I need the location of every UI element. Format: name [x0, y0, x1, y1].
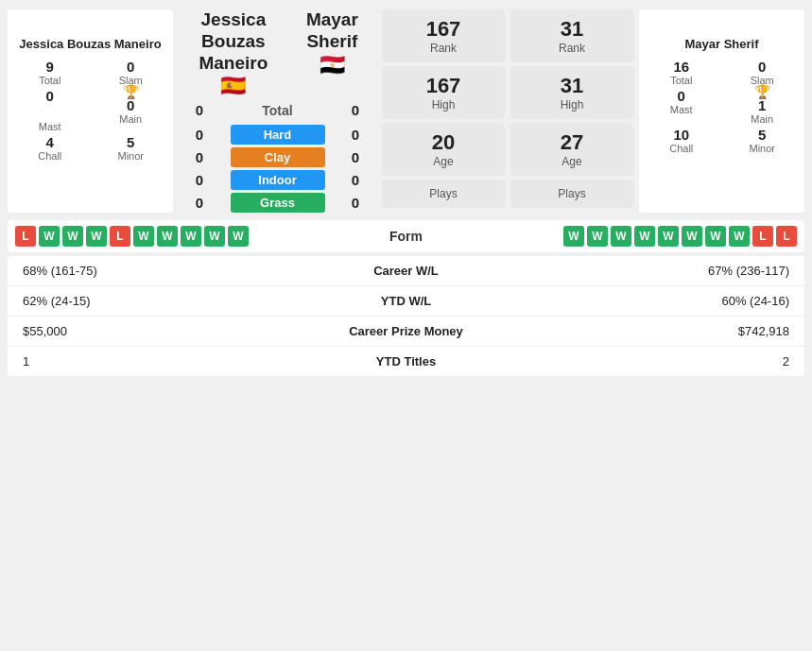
right-rank-value: 31 [561, 17, 583, 42]
hard-right-score: 0 [344, 127, 367, 143]
right-form-badge-w: W [611, 226, 631, 247]
stats-row-0: 68% (161-75) Career W/L 67% (236-117) [8, 256, 804, 285]
left-form-badge-w: W [204, 226, 225, 247]
left-chall-value: 4 [46, 134, 54, 150]
right-age-box: 27 Age [510, 123, 633, 176]
right-chall-label: Chall [669, 143, 693, 154]
left-slam-value: 0 [127, 59, 134, 75]
left-rank-box: 167 Rank [382, 9, 505, 62]
left-form-badge-w: W [157, 226, 178, 247]
right-total-score: 0 [344, 102, 367, 118]
left-main-value: 0 [127, 97, 134, 113]
indoor-badge: Indoor [231, 170, 325, 190]
left-age-box: 20 Age [382, 123, 505, 176]
left-stat-slam: 0 Slam [95, 59, 168, 86]
left-minor-value: 5 [127, 134, 134, 150]
left-high-value: 167 [426, 74, 461, 98]
left-mast-label: Mast [39, 121, 61, 132]
trophy-icon-right: 🏆 [754, 84, 770, 99]
right-form-badge-w: W [729, 226, 750, 247]
right-rank-box: 31 Rank [510, 9, 633, 62]
left-main-label: Main [119, 113, 142, 125]
right-plays-label: Plays [558, 187, 585, 200]
left-form-badge-w: W [86, 226, 107, 247]
right-slam-value: 0 [758, 59, 766, 75]
right-minor-label: Minor [749, 143, 775, 154]
left-stat-mast: 0 Mast [13, 88, 87, 132]
stats-label-0: Career W/L [312, 264, 501, 278]
right-rank-label: Rank [559, 42, 585, 55]
right-age-label: Age [561, 155, 581, 168]
stats-right-3: 2 [501, 354, 790, 368]
right-high-value: 31 [561, 74, 583, 98]
right-form-badge-l: L [752, 226, 773, 247]
left-player-name-center: Jessica Bouzas Maneiro [179, 9, 288, 74]
left-form-badge-w: W [181, 226, 201, 247]
stats-row-1: 62% (24-15) YTD W/L 60% (24-16) [8, 285, 804, 316]
surface-row-indoor: 0 Indoor 0 [179, 170, 376, 190]
stats-right-2: $742,918 [501, 324, 790, 338]
left-player-name: Jessica Bouzas Maneiro [19, 37, 161, 51]
form-label: Form [389, 229, 423, 244]
right-player-name-center: Mayar Sherif [288, 9, 376, 53]
indoor-right-score: 0 [344, 172, 367, 188]
left-total-score: 0 [188, 102, 211, 118]
stats-row-3: 1 YTD Titles 2 [8, 346, 804, 376]
right-player-flag: 🇪🇬 [288, 53, 376, 77]
left-form-badge-w: W [39, 226, 60, 247]
stats-label-2: Career Prize Money [312, 324, 501, 338]
right-form-badge-w: W [563, 226, 584, 247]
stats-right-0: 67% (236-117) [501, 264, 790, 278]
total-match-row: 0 Total 0 [179, 102, 376, 118]
right-high-box: 31 High [510, 66, 633, 119]
total-label: Total [262, 103, 292, 118]
left-total-label: Total [39, 75, 60, 86]
right-chall-value: 10 [673, 127, 689, 143]
left-form-badge-w: W [228, 226, 249, 247]
right-stat-minor: 5 Minor [726, 127, 800, 154]
left-rank-value: 167 [426, 17, 461, 42]
stats-left-1: 62% (24-15) [23, 294, 312, 308]
right-form-badge-l: L [776, 226, 797, 247]
left-player-card: Jessica Bouzas Maneiro 9 Total 0 Slam 0 … [8, 9, 173, 213]
stats-row-2: $55,000 Career Prize Money $742,918 [8, 316, 804, 346]
stats-left-2: $55,000 [23, 324, 312, 338]
indoor-left-score: 0 [188, 172, 211, 188]
stats-table: 68% (161-75) Career W/L 67% (236-117) 62… [8, 256, 804, 376]
right-total-label: Total [670, 75, 692, 86]
trophy-icon-left: 🏆 [123, 84, 139, 99]
left-mast-value: 0 [46, 88, 54, 104]
hard-left-score: 0 [188, 127, 211, 143]
right-name-flag: Mayar Sherif 🇪🇬 [288, 9, 376, 77]
right-mast-value: 0 [678, 88, 685, 104]
surface-row-grass: 0 Grass 0 [179, 193, 376, 213]
right-stat-main: 🏆 1 Main [726, 88, 800, 125]
main-area: Jessica Bouzas Maneiro 9 Total 0 Slam 0 … [0, 0, 812, 213]
stats-label-1: YTD W/L [312, 294, 501, 308]
grass-left-score: 0 [188, 195, 211, 211]
right-form-badge-w: W [705, 226, 726, 247]
left-form-badges: LWWWLWWWWW [15, 226, 249, 247]
left-name-line1: Jessica Bouzas [201, 9, 267, 51]
right-form-badge-w: W [658, 226, 679, 247]
clay-right-score: 0 [344, 149, 367, 165]
right-info-boxes: 31 Rank 31 High 27 Age Plays [510, 9, 633, 213]
left-minor-label: Minor [117, 150, 144, 162]
left-form-badge-l: L [110, 226, 130, 247]
clay-left-score: 0 [188, 149, 211, 165]
middle-col: Jessica Bouzas Maneiro 🇪🇸 Mayar Sherif 🇪… [179, 9, 376, 213]
form-section: LWWWLWWWWW Form WWWWWWWWLL [8, 220, 804, 252]
left-high-box: 167 High [382, 66, 505, 119]
right-mast-label: Mast [670, 104, 693, 115]
right-form-badges: WWWWWWWWLL [563, 226, 797, 247]
left-total-value: 9 [46, 59, 54, 75]
clay-badge: Clay [231, 147, 325, 167]
left-stat-total: 9 Total [13, 59, 87, 86]
right-form-badge-w: W [587, 226, 608, 247]
right-age-value: 27 [561, 130, 583, 155]
right-stat-chall: 10 Chall [645, 127, 718, 154]
left-stat-minor: 5 Minor [95, 134, 168, 162]
left-form-badge-l: L [15, 226, 36, 247]
stats-label-3: YTD Titles [312, 354, 501, 368]
stats-left-3: 1 [23, 354, 312, 368]
